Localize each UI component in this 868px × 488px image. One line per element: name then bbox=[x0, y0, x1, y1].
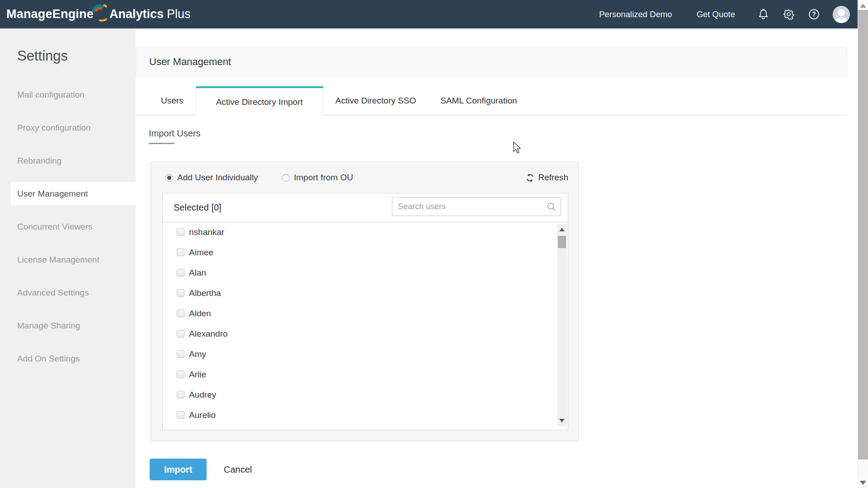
avatar-head bbox=[838, 9, 845, 16]
radio-unselected-icon[interactable] bbox=[282, 174, 290, 182]
user-row-alan[interactable]: Alan bbox=[163, 263, 557, 283]
user-checkbox[interactable] bbox=[177, 371, 184, 378]
user-name-label: Alden bbox=[189, 309, 211, 319]
sidebar-item-label: Mail configuration bbox=[17, 90, 85, 100]
svg-text:?: ? bbox=[812, 10, 816, 18]
user-name-label: Amy bbox=[189, 349, 206, 359]
brand-logo: ManageEngine Analytics Plus bbox=[6, 7, 191, 22]
radio-selected-icon[interactable] bbox=[165, 174, 173, 182]
user-checkbox[interactable] bbox=[177, 330, 184, 338]
radio-label-add-user: Add User Individually bbox=[177, 173, 258, 183]
user-checkbox[interactable] bbox=[177, 411, 184, 419]
user-avatar[interactable] bbox=[833, 6, 850, 23]
user-row-nshankar[interactable]: nshankar bbox=[163, 222, 557, 242]
user-name-label: Alexandro bbox=[189, 329, 228, 339]
scroll-down-arrow-icon[interactable] bbox=[559, 419, 565, 422]
cancel-button[interactable]: Cancel bbox=[224, 459, 252, 480]
user-checkbox[interactable] bbox=[177, 228, 184, 236]
refresh-button[interactable]: Refresh bbox=[525, 162, 568, 193]
user-list-scrollbar[interactable] bbox=[557, 224, 567, 426]
user-checkbox[interactable] bbox=[177, 391, 184, 399]
sidebar-item-add-on-settings[interactable]: Add On Settings bbox=[0, 342, 136, 375]
search-icon[interactable] bbox=[546, 202, 557, 212]
sidebar-item-label: Concurrent Viewers bbox=[17, 222, 93, 232]
page-scrollbar-thumb[interactable] bbox=[858, 10, 868, 460]
sidebar-item-proxy-configuration[interactable]: Proxy configuration bbox=[0, 111, 136, 144]
help-icon[interactable]: ? bbox=[807, 8, 820, 21]
settings-sidebar: Settings Mail configurationProxy configu… bbox=[0, 28, 136, 488]
sidebar-item-concurrent-viewers[interactable]: Concurrent Viewers bbox=[0, 210, 136, 243]
page-scroll-up-icon[interactable] bbox=[860, 4, 866, 8]
user-name-label: nshankar bbox=[189, 227, 224, 237]
sidebar-item-label: License Management bbox=[17, 255, 99, 265]
user-name-label: Audrey bbox=[189, 390, 216, 400]
user-row-audrey[interactable]: Audrey bbox=[163, 385, 557, 405]
avatar-shoulders bbox=[835, 17, 848, 23]
brand-product: Analytics bbox=[109, 7, 164, 21]
user-selection-box: Selected [0] nshankarAimeeAlanAlberthaAl… bbox=[162, 193, 568, 430]
sidebar-item-rebranding[interactable]: Rebranding bbox=[0, 144, 136, 177]
section-title: Import Users bbox=[149, 128, 200, 139]
user-name-label: Alan bbox=[189, 268, 206, 278]
page-scroll-down-icon[interactable] bbox=[860, 481, 866, 485]
import-button[interactable]: Import bbox=[150, 459, 207, 480]
sidebar-item-mail-configuration[interactable]: Mail configuration bbox=[0, 78, 136, 111]
personalized-demo-link[interactable]: Personalized Demo bbox=[599, 9, 672, 19]
user-name-label: Albertha bbox=[189, 288, 221, 298]
user-selection-header: Selected [0] bbox=[163, 193, 568, 222]
top-header-bar: ManageEngine Analytics Plus Personalized… bbox=[0, 0, 868, 28]
user-name-label: Aimee bbox=[189, 248, 213, 258]
sidebar-item-label: Proxy configuration bbox=[17, 123, 91, 133]
sidebar-item-user-management[interactable]: User Management bbox=[0, 177, 136, 210]
search-users-input[interactable] bbox=[392, 197, 561, 216]
analytics-plus-app: ManageEngine Analytics Plus Personalized… bbox=[0, 0, 868, 488]
user-row-arlie[interactable]: Arlie bbox=[163, 364, 557, 385]
user-list: nshankarAimeeAlanAlberthaAldenAlexandroA… bbox=[163, 222, 557, 430]
sidebar-title: Settings bbox=[17, 48, 68, 64]
user-name-label: Aurelio bbox=[189, 410, 216, 420]
user-checkbox[interactable] bbox=[177, 350, 184, 358]
get-quote-link[interactable]: Get Quote bbox=[697, 9, 735, 19]
refresh-label: Refresh bbox=[538, 173, 568, 183]
section-title-underline bbox=[149, 143, 175, 144]
page-title: User Management bbox=[149, 56, 231, 68]
tab-saml-configuration[interactable]: SAML Configuration bbox=[428, 86, 529, 115]
bell-icon[interactable] bbox=[757, 8, 769, 21]
tab-active-directory-import[interactable]: Active Directory Import bbox=[196, 86, 323, 116]
page-header-card: User Management bbox=[136, 47, 847, 77]
sidebar-item-license-management[interactable]: License Management bbox=[0, 243, 136, 276]
brand-swoosh-icon bbox=[91, 3, 107, 22]
user-checkbox[interactable] bbox=[177, 269, 184, 277]
user-row-alexandro[interactable]: Alexandro bbox=[163, 324, 557, 344]
tab-active-directory-sso[interactable]: Active Directory SSO bbox=[323, 86, 428, 115]
page-scrollbar[interactable] bbox=[858, 0, 868, 488]
top-right-menu: Personalized Demo Get Quote bbox=[599, 0, 850, 28]
search-users-wrap bbox=[392, 197, 561, 216]
user-row-aimee[interactable]: Aimee bbox=[163, 242, 557, 263]
sidebar-item-label: Manage Sharing bbox=[17, 321, 80, 331]
tab-users[interactable]: Users bbox=[149, 86, 196, 115]
radio-label-import-ou: Import from OU bbox=[294, 173, 353, 183]
brand-suffix: Plus bbox=[167, 7, 191, 21]
user-row-albertha[interactable]: Albertha bbox=[163, 283, 557, 303]
radio-add-user-individually[interactable]: Add User Individually bbox=[165, 162, 258, 193]
user-row-alden[interactable]: Alden bbox=[163, 303, 557, 324]
sidebar-item-label: Advanced Settings bbox=[17, 288, 89, 298]
user-checkbox[interactable] bbox=[177, 310, 184, 317]
import-panel: Add User Individually Import from OU bbox=[151, 162, 579, 441]
user-checkbox[interactable] bbox=[177, 289, 184, 297]
refresh-icon bbox=[525, 173, 535, 183]
sidebar-item-manage-sharing[interactable]: Manage Sharing bbox=[0, 309, 136, 342]
import-mode-radio-row: Add User Individually Import from OU bbox=[151, 162, 578, 193]
user-checkbox[interactable] bbox=[177, 249, 184, 256]
gear-icon[interactable] bbox=[782, 8, 795, 21]
sidebar-item-advanced-settings[interactable]: Advanced Settings bbox=[0, 276, 136, 309]
brand-company: ManageEngine bbox=[6, 7, 94, 21]
tab-bar: UsersActive Directory ImportActive Direc… bbox=[136, 86, 847, 115]
scrollbar-thumb[interactable] bbox=[558, 236, 566, 248]
user-row-amy[interactable]: Amy bbox=[163, 344, 557, 364]
scroll-up-arrow-icon[interactable] bbox=[559, 228, 565, 231]
user-row-aurelio[interactable]: Aurelio bbox=[163, 405, 557, 425]
radio-import-from-ou[interactable]: Import from OU bbox=[282, 162, 353, 193]
user-name-label: Arlie bbox=[189, 370, 206, 380]
